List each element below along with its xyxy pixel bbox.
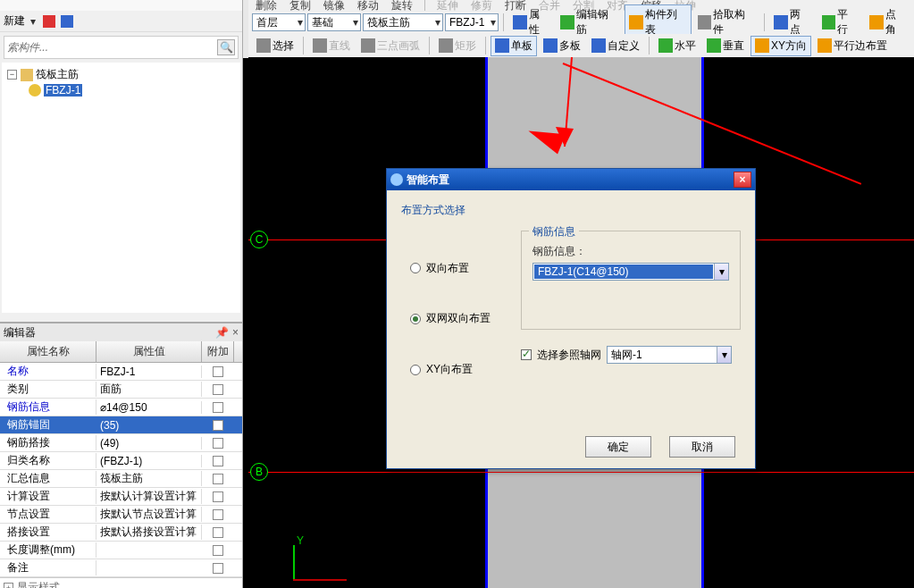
prop-value[interactable]: 筏板主筋 bbox=[96, 471, 202, 486]
single-board-button[interactable]: 单板 bbox=[491, 36, 537, 56]
header-name: 属性名称 bbox=[0, 341, 96, 362]
prop-name: 类别 bbox=[0, 382, 96, 397]
line-button[interactable]: 直线 bbox=[308, 36, 355, 56]
new-button[interactable]: 新建 bbox=[4, 13, 25, 29]
vert-button[interactable]: 垂直 bbox=[702, 36, 749, 56]
prop-add[interactable] bbox=[202, 420, 234, 431]
rebar-info-fieldset: 钢筋信息 钢筋信息： FBZJ-1(C14@150) ▾ bbox=[521, 231, 741, 330]
axis-check-label: 选择参照轴网 bbox=[537, 348, 601, 363]
dialog-body: 布置方式选择 双向布置 双网双向布置 XY向布置 钢筋信息 bbox=[387, 190, 755, 468]
prop-value[interactable]: ⌀14@150 bbox=[96, 401, 202, 414]
property-panel: 编辑器 📌 × 属性名称 属性值 附加 名称FBZJ-1类别面筋钢筋信息⌀14@… bbox=[0, 322, 243, 588]
property-row[interactable]: 搭接设置按默认搭接设置计算 bbox=[0, 524, 242, 542]
parallel-icon bbox=[822, 15, 836, 29]
cursor-icon bbox=[256, 38, 271, 53]
radio-icon bbox=[410, 263, 421, 273]
code-combo[interactable]: FBZJ-1 bbox=[445, 13, 499, 31]
tree-root[interactable]: − 筏板主筋 bbox=[7, 66, 235, 83]
prop-value[interactable]: FBZJ-1 bbox=[96, 365, 202, 378]
ok-button[interactable]: 确定 bbox=[585, 436, 651, 458]
delete-tree-icon[interactable] bbox=[43, 15, 55, 28]
tree-child[interactable]: FBZJ-1 bbox=[7, 83, 235, 97]
chevron-down-icon: ▾ bbox=[714, 264, 728, 280]
prop-add[interactable] bbox=[202, 474, 234, 484]
radio-xy[interactable]: XY向布置 bbox=[410, 362, 503, 377]
gridline-b bbox=[248, 472, 914, 473]
fieldset-legend: 钢筋信息 bbox=[529, 224, 579, 239]
prop-value[interactable]: 按默认搭接设置计算 bbox=[96, 525, 202, 540]
line-icon bbox=[313, 38, 327, 53]
ucs-x-axis bbox=[293, 579, 347, 581]
prop-add[interactable] bbox=[202, 384, 234, 395]
dialog-close-button[interactable]: × bbox=[734, 172, 751, 188]
dialog-titlebar[interactable]: 智能布置 × bbox=[387, 169, 755, 190]
prop-add[interactable] bbox=[202, 509, 234, 520]
radio-group: 双向布置 双网双向布置 XY向布置 bbox=[401, 225, 503, 422]
copy-tree-icon[interactable] bbox=[61, 15, 73, 28]
rect-button[interactable]: 矩形 bbox=[434, 36, 481, 56]
prop-value[interactable]: 按默认计算设置计算 bbox=[96, 489, 202, 504]
checkbox-icon bbox=[213, 545, 223, 556]
horiz-button[interactable]: 水平 bbox=[654, 36, 700, 56]
axis-checkbox[interactable] bbox=[521, 349, 532, 360]
property-row[interactable]: 汇总信息筏板主筋 bbox=[0, 470, 242, 488]
axis-node-c[interactable]: C bbox=[250, 231, 268, 248]
ucs-y-axis bbox=[293, 545, 295, 581]
pin-icon[interactable]: 📌 bbox=[215, 326, 229, 339]
prop-value[interactable]: 面筋 bbox=[96, 382, 202, 397]
property-row[interactable]: 归类名称(FBZJ-1) bbox=[0, 452, 242, 470]
close-icon: × bbox=[739, 173, 745, 186]
property-row[interactable]: 计算设置按默认计算设置计算 bbox=[0, 488, 242, 506]
property-row[interactable]: 备注 bbox=[0, 559, 242, 577]
floor-combo[interactable]: 首层 bbox=[252, 13, 306, 31]
property-row[interactable]: 长度调整(mm) bbox=[0, 542, 242, 559]
property-row[interactable]: 名称FBZJ-1 bbox=[0, 363, 242, 381]
prop-add[interactable] bbox=[202, 438, 234, 449]
prop-add[interactable] bbox=[202, 366, 234, 377]
prop-add[interactable] bbox=[202, 491, 234, 502]
prop-add[interactable] bbox=[202, 563, 234, 574]
prop-name: 节点设置 bbox=[0, 507, 96, 522]
prop-add[interactable] bbox=[202, 402, 234, 413]
prop-add[interactable] bbox=[202, 456, 234, 466]
search-input[interactable] bbox=[7, 41, 217, 54]
property-row[interactable]: 钢筋搭接(49) bbox=[0, 434, 242, 452]
parallel-edge-button[interactable]: 平行边布置 bbox=[813, 36, 892, 56]
radio-double-net[interactable]: 双网双向布置 bbox=[410, 311, 503, 326]
multi-board-button[interactable]: 多板 bbox=[539, 36, 585, 56]
close-icon[interactable]: × bbox=[232, 326, 239, 339]
rebar-info-combo[interactable]: FBZJ-1(C14@150) ▾ bbox=[532, 263, 729, 281]
property-row[interactable]: 类别面筋 bbox=[0, 381, 242, 399]
prop-value[interactable]: 按默认节点设置计算 bbox=[96, 507, 202, 522]
checkbox-icon bbox=[213, 366, 223, 377]
basic-combo[interactable]: 基础 bbox=[307, 13, 361, 31]
component-tree[interactable]: − 筏板主筋 FBZJ-1 bbox=[2, 63, 240, 313]
xy-direction-button[interactable]: XY方向 bbox=[750, 36, 811, 56]
radio-bidirectional[interactable]: 双向布置 bbox=[410, 261, 503, 276]
arc-button[interactable]: 三点画弧 bbox=[356, 36, 424, 56]
collapse-icon[interactable]: − bbox=[7, 70, 17, 80]
prop-value[interactable]: (49) bbox=[96, 437, 202, 449]
axis-combo[interactable]: 轴网-1 ▾ bbox=[607, 346, 732, 364]
prop-value[interactable]: (FBZJ-1) bbox=[96, 455, 202, 467]
separator bbox=[303, 37, 304, 55]
prop-add[interactable] bbox=[202, 527, 234, 538]
panel-actions: 新建 ▾ bbox=[0, 11, 242, 32]
expand-icon: + bbox=[4, 583, 13, 588]
prop-add[interactable] bbox=[202, 545, 234, 556]
checkbox-icon bbox=[213, 527, 223, 538]
prop-value[interactable]: (35) bbox=[96, 419, 202, 432]
rebar-info-label: 钢筋信息： bbox=[532, 244, 729, 259]
custom-button[interactable]: 自定义 bbox=[587, 36, 644, 56]
tree-child-label: FBZJ-1 bbox=[44, 84, 82, 97]
expand-styles[interactable]: + 显示样式 bbox=[0, 577, 242, 588]
select-button[interactable]: 选择 bbox=[252, 36, 298, 56]
rebar-combo[interactable]: 筏板主筋 bbox=[363, 13, 443, 31]
axis-node-b[interactable]: B bbox=[250, 463, 268, 481]
property-row[interactable]: 节点设置按默认节点设置计算 bbox=[0, 506, 242, 524]
search-button[interactable]: 🔍 bbox=[217, 39, 235, 55]
property-row[interactable]: 钢筋锚固(35) bbox=[0, 416, 242, 434]
property-row[interactable]: 钢筋信息⌀14@150 bbox=[0, 399, 242, 416]
cancel-button[interactable]: 取消 bbox=[669, 436, 735, 458]
prop-name: 钢筋搭接 bbox=[0, 435, 96, 450]
